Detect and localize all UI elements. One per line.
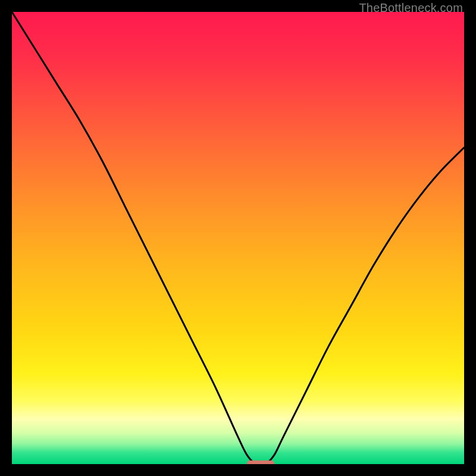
chart-frame: TheBottleneck.com [0, 0, 476, 476]
curve-layer [12, 12, 464, 464]
watermark-text: TheBottleneck.com [359, 1, 463, 15]
plot-area [12, 12, 464, 464]
bottleneck-curve [12, 12, 464, 464]
minimum-marker [247, 461, 274, 464]
